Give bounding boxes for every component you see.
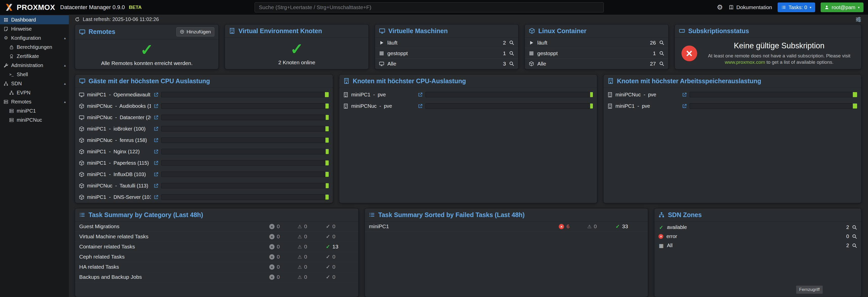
subscription-card: Subskriptionsstatus × Keine gültige Subs… [675, 24, 861, 69]
external-link-icon[interactable] [682, 92, 687, 97]
chevron-up-icon[interactable]: ▴ [64, 81, 66, 86]
subscription-text: Keine gültige Subskription At least one … [704, 41, 855, 66]
external-link-icon[interactable] [154, 115, 158, 120]
dashboard-settings-icon[interactable] [855, 16, 861, 23]
usage-bar [161, 149, 329, 154]
stat-label: gestoppt [537, 51, 558, 57]
warning-cell: ⚠0 [298, 233, 326, 239]
node-row: miniPCNuc - pve [603, 89, 861, 100]
magnifier-icon[interactable] [659, 61, 664, 66]
chevron-up-icon[interactable]: ▴ [64, 100, 66, 104]
check-icon: ✓ [326, 264, 330, 270]
external-link-icon[interactable] [154, 149, 158, 154]
guest-row: miniPC1 - InfluxDB (103) [75, 169, 333, 180]
warning-icon: ⚠ [298, 274, 302, 280]
sidebar-item-dashboard[interactable]: Dashboard [0, 15, 69, 24]
topbar: PROXMOX Datacenter Manager 0.9.0 BETA ⚙ … [0, 0, 868, 15]
external-link-icon[interactable] [154, 104, 158, 108]
sidebar-item-shell[interactable]: >_ Shell [0, 70, 69, 79]
guest-row: miniPC1 - Paperless (115) [75, 157, 333, 169]
guest-label: miniPC1 - Paperless (115) [87, 160, 151, 166]
subscription-card-header: Subskriptionsstatus [675, 25, 861, 38]
warning-count: 0 [304, 264, 307, 270]
external-link-icon[interactable] [154, 127, 158, 131]
proxmox-link[interactable]: www.proxmox.com [725, 60, 765, 65]
ok-count: 0 [332, 223, 335, 229]
sidebar-item-hinweise[interactable]: Hinweise [0, 24, 69, 33]
sidebar-item-administration[interactable]: Administration ▴ [0, 61, 69, 70]
warning-count: 0 [594, 223, 597, 229]
list-icon [79, 212, 85, 218]
sidebar-label: Shell [17, 72, 28, 77]
sidebar-item-zertifikate[interactable]: Zertifikate [0, 52, 69, 61]
magnifier-icon[interactable] [852, 225, 857, 230]
vm-stopped-row: gestoppt 1 [375, 48, 518, 59]
remotes-card-header: Remotes Hinzufügen [75, 25, 218, 39]
node-icon [343, 92, 348, 97]
sidebar-item-konfiguration[interactable]: ⚙ Konfiguration ▴ [0, 33, 69, 42]
container-icon [79, 183, 84, 189]
stat-label: gestoppt [388, 51, 408, 57]
external-link-icon[interactable] [154, 138, 158, 143]
guests-cpu-panel: Gäste mit der höchsten CPU Auslastung mi… [75, 74, 333, 203]
panel-title: Task Summary by Category (Last 48h) [89, 211, 203, 219]
sidebar-item-evpn[interactable]: EVPN [0, 88, 69, 97]
guest-row: miniPC1 - Openmediavault (202) [75, 89, 333, 100]
usage-bar-fill [326, 172, 329, 177]
usage-bar-fill [325, 92, 329, 97]
monitor-icon [79, 29, 85, 35]
external-link-icon[interactable] [154, 195, 158, 200]
stat-value: 26 [650, 40, 656, 46]
panel-title: Task Summary Sorted by Failed Tasks (Las… [378, 211, 525, 219]
sidebar-item-sdn[interactable]: SDN ▴ [0, 79, 69, 88]
refresh-icon [75, 17, 80, 22]
user-menu-button[interactable]: root@pam ▾ [821, 3, 863, 12]
ok-cell: ✓0 [326, 233, 354, 239]
warning-cell: ⚠0 [298, 274, 326, 280]
magnifier-icon[interactable] [852, 234, 857, 239]
tasks-button[interactable]: Tasks: 0 ▾ [778, 3, 815, 12]
stat-label: Alle [388, 61, 396, 67]
magnifier-icon[interactable] [659, 40, 664, 45]
success-check-icon: ✓ [140, 42, 153, 58]
node-label: miniPCNuc - pve [351, 103, 415, 109]
magnifier-icon[interactable] [509, 61, 514, 66]
guest-label: miniPCNuc - fenrus (158) [87, 137, 151, 143]
task-category-label: Virtual Machine related Tasks [79, 233, 269, 239]
warning-count: 0 [304, 223, 307, 229]
search-input[interactable] [255, 2, 604, 12]
guest-row: miniPCNuc - Tautulli (113) [75, 180, 333, 192]
usage-bar-fill [326, 126, 329, 131]
external-link-icon[interactable] [682, 104, 687, 108]
gear-icon[interactable]: ⚙ [717, 4, 723, 11]
magnifier-icon[interactable] [509, 51, 514, 56]
sidebar-item-remotes[interactable]: Remotes ▴ [0, 97, 69, 106]
external-link-icon[interactable] [154, 161, 158, 165]
external-link-icon[interactable] [154, 184, 158, 188]
sidebar-item-minipcnuc[interactable]: miniPCNuc [0, 116, 69, 125]
chevron-up-icon[interactable]: ▴ [64, 36, 66, 40]
usage-bar [161, 160, 329, 166]
server-icon [4, 99, 8, 104]
task-category-label: Guest Migrations [79, 223, 269, 229]
magnifier-icon[interactable] [852, 243, 857, 248]
external-link-icon[interactable] [154, 172, 158, 177]
sidebar-item-berechtigungen[interactable]: Berechtigungen [0, 42, 69, 52]
chevron-up-icon[interactable]: ▴ [64, 63, 66, 67]
container-icon [79, 149, 84, 154]
sdn-available-row: ✓ available 2 [654, 223, 861, 232]
cube-icon [529, 28, 535, 34]
sidebar-label: EVPN [17, 90, 30, 96]
external-link-icon[interactable] [154, 92, 158, 97]
external-link-icon[interactable] [418, 92, 423, 97]
magnifier-icon[interactable] [659, 51, 664, 56]
external-link-icon[interactable] [418, 104, 423, 108]
sidebar-item-minipc1[interactable]: miniPC1 [0, 106, 69, 116]
ok-count: 0 [332, 264, 335, 270]
nodes-card-body: ✓ 2 Knoten online [225, 38, 368, 69]
documentation-link[interactable]: Dokumentation [728, 4, 772, 10]
sdn-row-value: 2 [846, 242, 849, 249]
add-remote-button[interactable]: Hinzufügen [176, 27, 214, 36]
warning-count: 0 [304, 274, 307, 280]
magnifier-icon[interactable] [509, 40, 514, 45]
